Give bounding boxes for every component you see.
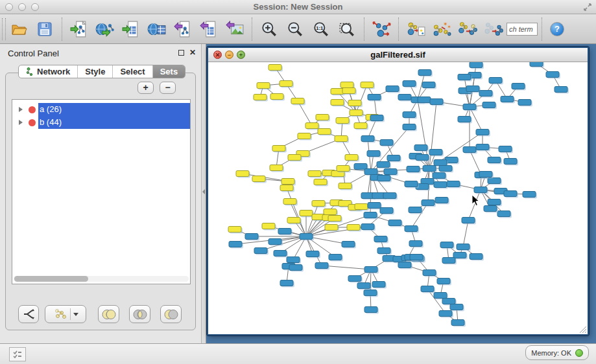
network-frame-titlebar[interactable]: ✕ − + galFiltered.sif [208, 48, 588, 62]
graph-node[interactable] [340, 82, 353, 88]
graph-node[interactable] [348, 276, 361, 282]
graph-node[interactable] [229, 242, 242, 247]
zoom-selected-icon[interactable] [336, 17, 358, 41]
toolbar-drag-handle[interactable] [2, 18, 6, 40]
graph-node[interactable] [488, 157, 501, 163]
graph-node[interactable] [384, 169, 397, 175]
graph-node[interactable] [254, 95, 267, 100]
graph-node[interactable] [298, 133, 311, 139]
graph-node[interactable] [439, 311, 452, 317]
graph-node[interactable] [305, 123, 318, 129]
intersect-sets-button[interactable] [129, 305, 150, 323]
network-frame[interactable]: ✕ − + galFiltered.sif [207, 47, 589, 336]
graph-node[interactable] [387, 155, 400, 161]
graph-node[interactable] [364, 267, 377, 273]
graph-node[interactable] [367, 151, 380, 157]
save-session-icon[interactable] [34, 17, 56, 41]
graph-node[interactable] [451, 320, 464, 326]
open-session-icon[interactable] [8, 17, 30, 41]
import-table-file-icon[interactable] [120, 17, 142, 41]
graph-node[interactable] [380, 208, 393, 214]
graph-node[interactable] [306, 251, 319, 257]
graph-node[interactable] [422, 200, 435, 206]
set-label[interactable]: b (44) [38, 116, 190, 129]
graph-node[interactable] [501, 97, 514, 102]
split-set-button[interactable] [18, 305, 39, 323]
graph-node[interactable] [339, 183, 352, 189]
scrollbar-thumb[interactable] [14, 276, 88, 282]
graph-node[interactable] [280, 185, 293, 191]
tab-select[interactable]: Select [113, 65, 152, 78]
graph-node[interactable] [421, 286, 434, 292]
graph-node[interactable] [347, 225, 360, 231]
graph-node[interactable] [433, 173, 446, 179]
graph-node[interactable] [342, 242, 355, 247]
search-input[interactable] [507, 23, 538, 36]
graph-node[interactable] [418, 97, 431, 103]
graph-node[interactable] [281, 179, 294, 185]
graph-node[interactable] [314, 179, 327, 185]
network-canvas[interactable] [208, 62, 588, 334]
export-table-icon[interactable] [198, 17, 220, 41]
tab-sets[interactable]: Sets [153, 65, 185, 78]
graph-node[interactable] [434, 182, 447, 188]
graph-node[interactable] [476, 144, 489, 150]
horizontal-scrollbar[interactable] [14, 276, 189, 282]
import-network-web-icon[interactable] [94, 17, 116, 41]
select-neighbors-file-icon[interactable] [405, 17, 427, 41]
graph-node[interactable] [374, 236, 387, 242]
graph-node[interactable] [483, 102, 495, 108]
graph-node[interactable] [476, 130, 489, 135]
graph-node[interactable] [355, 204, 368, 210]
graph-node[interactable] [429, 150, 442, 155]
graph-node[interactable] [254, 248, 267, 254]
tab-network[interactable]: Network [19, 65, 78, 78]
graph-node[interactable] [300, 210, 313, 216]
graph-node[interactable] [287, 218, 300, 223]
graph-node[interactable] [409, 241, 422, 247]
graph-node[interactable] [410, 255, 423, 260]
graph-node[interactable] [440, 242, 453, 248]
graph-node[interactable] [361, 82, 374, 88]
graph-node[interactable] [348, 100, 361, 106]
graph-node[interactable] [336, 118, 349, 124]
graph-node[interactable] [337, 166, 350, 172]
graph-node[interactable] [257, 83, 270, 89]
graph-node[interactable] [499, 146, 512, 152]
network-graph[interactable] [208, 62, 588, 334]
graph-node[interactable] [354, 123, 367, 129]
difference-sets-button[interactable] [160, 305, 182, 323]
graph-node[interactable] [474, 187, 487, 193]
import-network-file-icon[interactable] [68, 17, 90, 41]
graph-node[interactable] [324, 209, 337, 215]
graph-node[interactable] [463, 147, 476, 153]
graph-node[interactable] [383, 193, 396, 199]
disclosure-triangle-icon[interactable] [19, 107, 23, 112]
copy-selected-nodes-icon[interactable] [457, 17, 479, 41]
zoom-out-icon[interactable] [284, 17, 306, 41]
graph-node[interactable] [450, 304, 463, 310]
graph-node[interactable] [268, 65, 281, 71]
graph-node[interactable] [280, 81, 292, 87]
graph-node[interactable] [236, 171, 249, 177]
graph-node[interactable] [252, 176, 265, 182]
zoom-actual-size-icon[interactable]: 1:1 [310, 17, 332, 41]
graph-node[interactable] [368, 203, 381, 209]
graph-node[interactable] [272, 146, 285, 152]
union-sets-button[interactable] [98, 305, 119, 323]
export-network-icon[interactable] [172, 17, 194, 41]
list-item[interactable]: a (26) [12, 103, 190, 116]
graph-node[interactable] [386, 86, 399, 92]
select-neighbors-stars-icon[interactable]: ✶✶ [431, 17, 453, 41]
apply-layout-icon[interactable] [370, 17, 392, 41]
graph-node[interactable] [458, 74, 471, 80]
graph-node[interactable] [442, 299, 455, 304]
graph-node[interactable] [488, 178, 501, 184]
graph-node[interactable] [466, 86, 479, 92]
graph-node[interactable] [405, 181, 418, 187]
disclosure-triangle-icon[interactable] [19, 120, 23, 125]
graph-node[interactable] [289, 265, 302, 271]
graph-node[interactable] [463, 104, 476, 110]
add-set-button[interactable]: + [137, 82, 154, 94]
chevron-down-icon[interactable] [73, 313, 78, 316]
